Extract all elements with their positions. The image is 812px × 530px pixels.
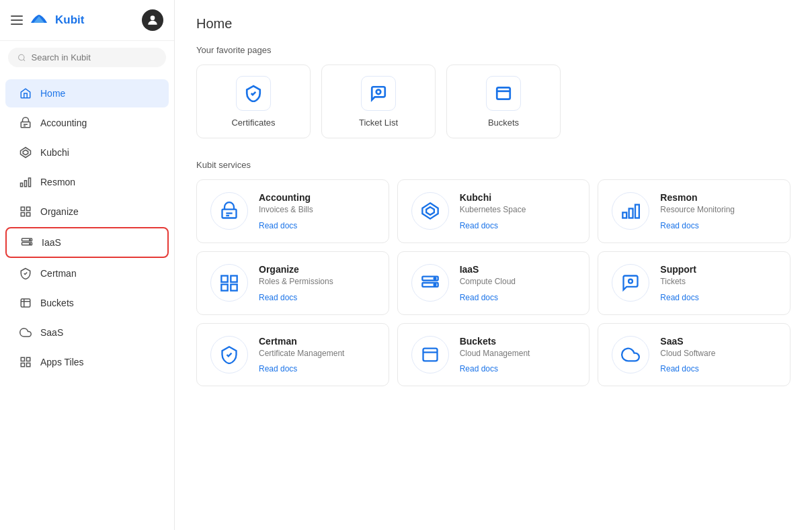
service-card-certman[interactable]: Certman Certificate Management Read docs <box>196 323 389 387</box>
fav-tile-label: Certificates <box>231 118 275 128</box>
service-card-saas[interactable]: SaaS Cloud Software Read docs <box>598 323 790 387</box>
sidebar-item-organize[interactable]: Organize <box>5 197 169 226</box>
svg-line-2 <box>24 59 25 60</box>
kubchi-icon <box>19 146 32 159</box>
sidebar-item-iaas[interactable]: IaaS <box>5 227 169 258</box>
sidebar-item-label: Certman <box>40 268 77 279</box>
svg-rect-40 <box>231 284 237 290</box>
svg-rect-22 <box>21 357 24 361</box>
service-name: Support <box>660 264 698 275</box>
sidebar-item-label: SaaS <box>40 327 63 338</box>
service-desc: Invoices & Bills <box>259 204 313 216</box>
accounting-icon <box>19 116 32 130</box>
support-service-info: Support Tickets Read docs <box>660 264 698 302</box>
sidebar: Kubit Home Accounting <box>0 0 175 530</box>
fav-tile-certificates[interactable]: Certificates <box>196 64 311 138</box>
svg-rect-27 <box>497 87 510 99</box>
sidebar-item-saas[interactable]: SaaS <box>5 318 169 347</box>
resmon-read-docs-link[interactable]: Read docs <box>660 221 735 230</box>
sidebar-item-home[interactable]: Home <box>5 79 169 107</box>
organize-icon <box>19 205 32 218</box>
svg-marker-6 <box>21 148 31 158</box>
service-card-support[interactable]: Support Tickets Read docs <box>598 251 790 315</box>
svg-point-44 <box>434 283 436 285</box>
favorites-section: Your favorite pages Certificates Ticket … <box>196 45 790 138</box>
svg-rect-24 <box>21 363 24 367</box>
service-desc: Kubernetes Space <box>460 204 526 216</box>
svg-point-45 <box>628 279 633 283</box>
support-service-icon <box>612 264 649 302</box>
resmon-service-info: Resmon Resource Monitoring Read docs <box>660 192 735 230</box>
service-desc: Compute Cloud <box>460 276 516 288</box>
svg-rect-12 <box>27 207 30 210</box>
saas-icon <box>19 326 32 339</box>
svg-point-0 <box>151 15 155 20</box>
service-card-accounting[interactable]: Accounting Invoices & Bills Read docs <box>196 179 389 243</box>
iaas-read-docs-link[interactable]: Read docs <box>460 293 516 302</box>
certman-read-docs-link[interactable]: Read docs <box>259 364 344 373</box>
svg-rect-34 <box>623 212 627 218</box>
svg-rect-35 <box>629 209 633 218</box>
favorites-tiles: Certificates Ticket List Buckets <box>196 64 790 138</box>
menu-icon[interactable] <box>11 15 23 25</box>
sidebar-item-label: Organize <box>40 206 79 217</box>
service-desc: Cloud Management <box>460 348 530 359</box>
iaas-service-icon <box>411 264 449 302</box>
apps-tiles-icon <box>19 355 32 369</box>
buckets-read-docs-link[interactable]: Read docs <box>460 364 530 373</box>
fav-tile-ticket-list[interactable]: Ticket List <box>321 64 436 138</box>
kubchi-service-info: Kubchi Kubernetes Space Read docs <box>460 192 526 230</box>
svg-rect-13 <box>21 213 24 216</box>
service-name: Organize <box>259 264 333 275</box>
service-card-buckets[interactable]: Buckets Cloud Management Read docs <box>397 323 590 387</box>
svg-rect-39 <box>221 284 227 290</box>
organize-service-info: Organize Roles & Permissions Read docs <box>259 264 333 302</box>
svg-rect-19 <box>21 299 30 307</box>
sidebar-item-resmon[interactable]: Resmon <box>5 168 169 196</box>
service-desc: Certificate Management <box>259 348 344 359</box>
service-name: IaaS <box>460 264 516 275</box>
svg-rect-11 <box>21 207 24 210</box>
buckets-service-icon <box>411 336 449 373</box>
sidebar-item-kubchi[interactable]: Kubchi <box>5 138 169 167</box>
search-icon <box>17 53 26 62</box>
service-name: Accounting <box>259 192 313 203</box>
sidebar-item-apps-tiles[interactable]: Apps Tiles <box>5 348 169 376</box>
service-card-organize[interactable]: Organize Roles & Permissions Read docs <box>196 251 389 315</box>
certman-service-info: Certman Certificate Management Read docs <box>259 336 344 374</box>
kubchi-service-icon <box>411 192 449 230</box>
certman-icon <box>19 267 32 280</box>
service-card-resmon[interactable]: Resmon Resource Monitoring Read docs <box>598 179 790 243</box>
service-name: SaaS <box>660 336 715 347</box>
sidebar-item-certman[interactable]: Certman <box>5 259 169 288</box>
svg-rect-9 <box>25 181 27 187</box>
iaas-icon <box>20 236 34 249</box>
main-content: Home Your favorite pages Certificates Ti… <box>175 0 812 530</box>
svg-marker-33 <box>426 207 434 215</box>
saas-read-docs-link[interactable]: Read docs <box>660 364 715 373</box>
sidebar-nav: Home Accounting Kubchi Resmon <box>0 74 174 530</box>
user-avatar[interactable] <box>142 9 163 31</box>
certificates-icon <box>236 76 271 111</box>
accounting-read-docs-link[interactable]: Read docs <box>259 221 313 230</box>
fav-tile-buckets[interactable]: Buckets <box>446 64 561 138</box>
sidebar-item-buckets[interactable]: Buckets <box>5 289 169 317</box>
sidebar-header: Kubit <box>0 0 174 41</box>
fav-tile-label: Buckets <box>488 118 519 128</box>
resmon-service-icon <box>612 192 649 230</box>
svg-rect-8 <box>21 183 23 187</box>
svg-rect-23 <box>27 357 30 361</box>
search-input[interactable] <box>32 52 157 62</box>
service-card-kubchi[interactable]: Kubchi Kubernetes Space Read docs <box>397 179 590 243</box>
search-bar[interactable] <box>8 48 166 67</box>
buckets-service-info: Buckets Cloud Management Read docs <box>460 336 530 374</box>
kubchi-read-docs-link[interactable]: Read docs <box>460 221 526 230</box>
service-card-iaas[interactable]: IaaS Compute Cloud Read docs <box>397 251 590 315</box>
svg-rect-46 <box>423 348 437 361</box>
service-name: Buckets <box>460 336 530 347</box>
svg-rect-25 <box>27 363 30 367</box>
organize-read-docs-link[interactable]: Read docs <box>259 293 333 302</box>
sidebar-item-accounting[interactable]: Accounting <box>5 109 169 137</box>
service-desc: Resource Monitoring <box>660 204 735 216</box>
support-read-docs-link[interactable]: Read docs <box>660 293 698 302</box>
